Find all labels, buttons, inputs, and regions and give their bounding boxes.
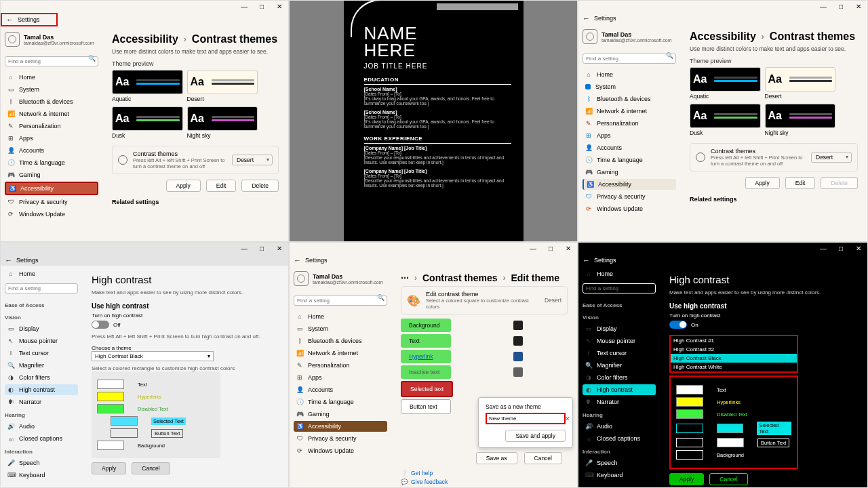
nav-home[interactable]: ⌂Home bbox=[294, 311, 387, 322]
maximize-button[interactable]: □ bbox=[547, 245, 554, 252]
cancel-button[interactable]: Cancel bbox=[132, 462, 170, 474]
theme-dusk[interactable]: AaDusk bbox=[112, 106, 183, 139]
back-settings[interactable]: ← Settings bbox=[1, 13, 58, 26]
swatch-button[interactable] bbox=[111, 428, 138, 438]
nav-network[interactable]: 📶Network & internet bbox=[294, 348, 387, 359]
nav-mouse-pointer[interactable]: ↖Mouse pointer bbox=[5, 336, 78, 346]
swatch-selected[interactable] bbox=[717, 424, 744, 433]
nav-keyboard[interactable]: ⌨Keyboard bbox=[5, 470, 78, 481]
color-selected[interactable]: Selected text bbox=[401, 381, 453, 397]
nav-high-contrast[interactable]: ◐High contrast bbox=[583, 384, 656, 395]
swatch-disabled[interactable] bbox=[676, 409, 703, 419]
nav-system[interactable]: ▭System bbox=[5, 84, 98, 95]
theme-name-input[interactable]: ✕ bbox=[486, 413, 566, 424]
maximize-button[interactable]: □ bbox=[258, 3, 265, 10]
nav-gaming[interactable]: 🎮Gaming bbox=[5, 169, 98, 180]
nav-personalization[interactable]: ✎Personalization bbox=[583, 118, 676, 129]
cancel-button[interactable]: Cancel bbox=[709, 473, 747, 485]
nav-personalization[interactable]: ✎Personalization bbox=[5, 121, 98, 131]
theme-option[interactable]: High Contrast #1 bbox=[671, 336, 797, 345]
theme-aquatic[interactable]: AaAquatic bbox=[112, 70, 183, 102]
nav-accounts[interactable]: 👤Accounts bbox=[294, 384, 387, 395]
minimize-button[interactable]: — bbox=[241, 245, 248, 252]
nav-color-filters[interactable]: ◑Color filters bbox=[583, 372, 656, 383]
theme-option[interactable]: High Contrast White bbox=[671, 363, 797, 371]
nav-privacy[interactable]: 🛡Privacy & security bbox=[5, 197, 98, 207]
nav-closed-captions[interactable]: ㏄Closed captions bbox=[583, 433, 656, 444]
nav-color-filters[interactable]: ◑Color filters bbox=[5, 372, 78, 383]
swatch-hyperlinks[interactable] bbox=[676, 397, 703, 407]
color-inactive[interactable]: Inactive text bbox=[401, 365, 451, 379]
back-settings[interactable]: ←Settings bbox=[290, 255, 577, 266]
swatch-hyperlinks[interactable] bbox=[97, 392, 124, 401]
user-profile[interactable]: Tamal Dastamaldas@zf3vr.onmicrosoft.com bbox=[583, 26, 676, 49]
cancel-button[interactable]: Cancel bbox=[524, 452, 562, 464]
nav-home[interactable]: ⌂Home bbox=[583, 69, 676, 80]
save-and-apply-button[interactable]: Save and apply bbox=[505, 430, 566, 442]
maximize-button[interactable]: □ bbox=[837, 3, 844, 10]
nav-home[interactable]: ⌂Home bbox=[583, 268, 656, 279]
swatch-background[interactable] bbox=[97, 441, 124, 450]
theme-list[interactable]: High Contrast #1 High Contrast #2 High C… bbox=[669, 335, 798, 373]
nav-display[interactable]: ▭Display bbox=[5, 323, 78, 334]
nav-closed-captions[interactable]: ㏄Closed captions bbox=[5, 433, 78, 444]
search-input[interactable]: 🔍 bbox=[5, 54, 98, 66]
swatch-button-bg[interactable] bbox=[676, 438, 703, 447]
nav-accounts[interactable]: 👤Accounts bbox=[5, 145, 98, 156]
swatch-disabled[interactable] bbox=[97, 404, 124, 413]
color-text[interactable]: Text bbox=[401, 334, 451, 348]
get-help[interactable]: ❔Get help bbox=[401, 470, 568, 476]
theme-nightsky[interactable]: AaNight sky bbox=[765, 104, 836, 136]
nav-system[interactable]: ▭System bbox=[294, 323, 387, 334]
nav-home[interactable]: ⌂Home bbox=[5, 268, 78, 279]
color-hyperlink[interactable]: Hyperlink bbox=[401, 350, 451, 363]
nav-magnifier[interactable]: 🔍Magnifier bbox=[5, 360, 78, 371]
nav-personalization[interactable]: ✎Personalization bbox=[294, 360, 387, 371]
apply-button[interactable]: Apply bbox=[745, 177, 780, 189]
maximize-button[interactable]: □ bbox=[837, 245, 844, 252]
theme-aquatic[interactable]: AaAquatic bbox=[690, 67, 761, 100]
nav-windows-update[interactable]: ⟳Windows Update bbox=[583, 203, 676, 214]
theme-combo[interactable]: High Contrast Black bbox=[92, 351, 214, 361]
theme-dusk[interactable]: AaDusk bbox=[690, 104, 761, 136]
nav-home[interactable]: ⌂Home bbox=[5, 72, 98, 83]
search-input[interactable] bbox=[583, 281, 656, 293]
clear-icon[interactable]: ✕ bbox=[562, 415, 573, 422]
nav-narrator[interactable]: 🗣Narrator bbox=[5, 396, 78, 407]
nav-accessibility[interactable]: ♿Accessibility bbox=[5, 182, 98, 195]
back-settings[interactable]: ←Settings bbox=[578, 255, 867, 266]
minimize-button[interactable]: — bbox=[241, 3, 248, 10]
apply-button[interactable]: Apply bbox=[669, 473, 704, 485]
nav-audio[interactable]: 🔊Audio bbox=[583, 421, 656, 432]
apply-button[interactable]: Apply bbox=[166, 180, 201, 192]
nav-time[interactable]: 🕓Time & language bbox=[294, 396, 387, 407]
close-button[interactable]: ✕ bbox=[855, 3, 862, 10]
search-input[interactable] bbox=[5, 281, 78, 293]
delete-button[interactable]: Delete bbox=[241, 180, 279, 192]
nav-bluetooth[interactable]: ᛒBluetooth & devices bbox=[5, 96, 98, 107]
nav-bluetooth[interactable]: ᛒBluetooth & devices bbox=[294, 336, 387, 346]
give-feedback[interactable]: 💬Give feedback bbox=[401, 479, 568, 485]
close-button[interactable]: ✕ bbox=[276, 3, 283, 10]
color-background[interactable]: Background bbox=[401, 319, 451, 332]
nav-speech[interactable]: 🎤Speech bbox=[5, 458, 78, 468]
swatch-text[interactable] bbox=[97, 380, 124, 389]
theme-desert[interactable]: AaDesert bbox=[765, 67, 836, 100]
nav-text-cursor[interactable]: IText cursor bbox=[5, 348, 78, 359]
search-input[interactable]: 🔍 bbox=[294, 293, 387, 306]
nav-privacy[interactable]: 🛡Privacy & security bbox=[294, 433, 387, 444]
close-button[interactable]: ✕ bbox=[855, 245, 862, 252]
search-input[interactable]: 🔍 bbox=[583, 51, 676, 64]
theme-combo[interactable]: Desert bbox=[232, 155, 273, 165]
swatch-selected-bg[interactable] bbox=[676, 424, 703, 433]
nav-apps[interactable]: ⊞Apps bbox=[5, 133, 98, 144]
delete-button[interactable]: Delete bbox=[821, 177, 858, 189]
edit-button[interactable]: Edit bbox=[785, 177, 816, 189]
nav-apps[interactable]: ⊞Apps bbox=[583, 130, 676, 141]
nav-bluetooth[interactable]: ᛒBluetooth & devices bbox=[583, 94, 676, 104]
swatch-selected[interactable] bbox=[111, 416, 138, 426]
apply-button[interactable]: Apply bbox=[92, 462, 126, 474]
nav-privacy[interactable]: 🛡Privacy & security bbox=[583, 191, 676, 202]
back-settings[interactable]: ← Settings bbox=[578, 13, 867, 24]
sq-bg[interactable] bbox=[513, 321, 523, 330]
